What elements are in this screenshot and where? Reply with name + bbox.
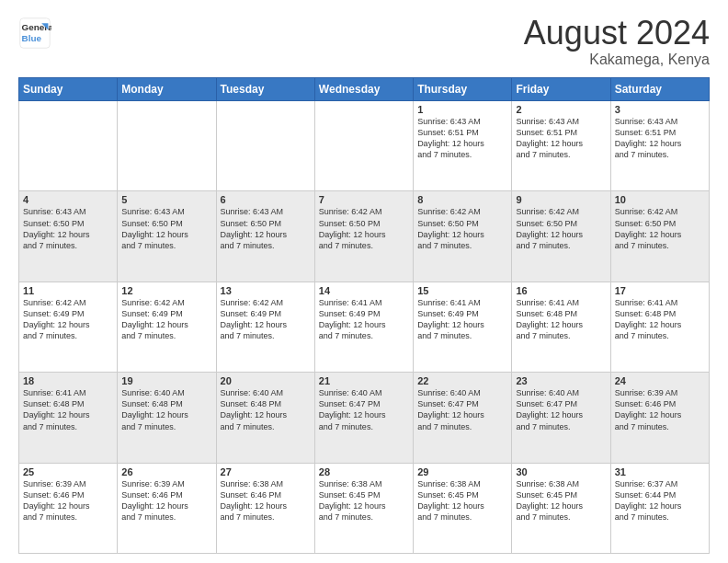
day-info: Sunrise: 6:42 AM Sunset: 6:50 PM Dayligh… xyxy=(417,206,507,251)
table-row: 12Sunrise: 6:42 AM Sunset: 6:49 PM Dayli… xyxy=(118,282,216,372)
header-row: Sunday Monday Tuesday Wednesday Thursday… xyxy=(19,78,710,101)
day-number: 8 xyxy=(417,194,507,205)
day-number: 31 xyxy=(615,466,705,477)
week-row-3: 11Sunrise: 6:42 AM Sunset: 6:49 PM Dayli… xyxy=(19,282,710,372)
svg-text:Blue: Blue xyxy=(22,33,42,43)
day-info: Sunrise: 6:40 AM Sunset: 6:47 PM Dayligh… xyxy=(417,387,507,432)
table-row xyxy=(118,101,216,191)
page: General Blue August 2024 Kakamega, Kenya… xyxy=(0,0,728,563)
table-row: 27Sunrise: 6:38 AM Sunset: 6:46 PM Dayli… xyxy=(216,463,314,553)
day-number: 16 xyxy=(516,285,606,296)
day-number: 28 xyxy=(319,466,409,477)
table-row: 7Sunrise: 6:42 AM Sunset: 6:50 PM Daylig… xyxy=(314,191,413,282)
day-info: Sunrise: 6:41 AM Sunset: 6:48 PM Dayligh… xyxy=(516,297,606,342)
week-row-4: 18Sunrise: 6:41 AM Sunset: 6:48 PM Dayli… xyxy=(19,373,710,463)
day-number: 23 xyxy=(516,375,606,386)
table-row: 31Sunrise: 6:37 AM Sunset: 6:44 PM Dayli… xyxy=(610,463,709,553)
table-row: 6Sunrise: 6:43 AM Sunset: 6:50 PM Daylig… xyxy=(216,191,314,282)
day-info: Sunrise: 6:40 AM Sunset: 6:48 PM Dayligh… xyxy=(221,387,311,432)
location: Kakamega, Kenya xyxy=(524,52,710,68)
day-info: Sunrise: 6:43 AM Sunset: 6:51 PM Dayligh… xyxy=(615,116,705,161)
day-number: 30 xyxy=(516,466,606,477)
day-number: 13 xyxy=(221,285,311,296)
calendar-table: Sunday Monday Tuesday Wednesday Thursday… xyxy=(18,77,710,554)
day-number: 4 xyxy=(23,194,113,205)
logo: General Blue xyxy=(18,17,51,50)
day-info: Sunrise: 6:38 AM Sunset: 6:46 PM Dayligh… xyxy=(221,478,311,523)
table-row: 9Sunrise: 6:42 AM Sunset: 6:50 PM Daylig… xyxy=(512,191,610,282)
table-row: 4Sunrise: 6:43 AM Sunset: 6:50 PM Daylig… xyxy=(19,191,118,282)
table-row: 1Sunrise: 6:43 AM Sunset: 6:51 PM Daylig… xyxy=(414,101,512,191)
table-row: 20Sunrise: 6:40 AM Sunset: 6:48 PM Dayli… xyxy=(216,373,314,463)
table-row: 18Sunrise: 6:41 AM Sunset: 6:48 PM Dayli… xyxy=(19,373,118,463)
table-row: 13Sunrise: 6:42 AM Sunset: 6:49 PM Dayli… xyxy=(216,282,314,372)
logo-icon: General Blue xyxy=(18,17,51,50)
table-row: 30Sunrise: 6:38 AM Sunset: 6:45 PM Dayli… xyxy=(512,463,610,553)
day-number: 14 xyxy=(319,285,409,296)
day-info: Sunrise: 6:41 AM Sunset: 6:49 PM Dayligh… xyxy=(319,297,409,342)
table-row: 8Sunrise: 6:42 AM Sunset: 6:50 PM Daylig… xyxy=(414,191,512,282)
col-thursday: Thursday xyxy=(414,78,512,101)
day-number: 25 xyxy=(23,466,113,477)
day-number: 10 xyxy=(615,194,705,205)
day-number: 18 xyxy=(23,375,113,386)
day-info: Sunrise: 6:38 AM Sunset: 6:45 PM Dayligh… xyxy=(319,478,409,523)
day-info: Sunrise: 6:41 AM Sunset: 6:48 PM Dayligh… xyxy=(615,297,705,342)
table-row: 11Sunrise: 6:42 AM Sunset: 6:49 PM Dayli… xyxy=(19,282,118,372)
day-number: 6 xyxy=(221,194,311,205)
day-info: Sunrise: 6:38 AM Sunset: 6:45 PM Dayligh… xyxy=(417,478,507,523)
day-number: 17 xyxy=(615,285,705,296)
table-row: 10Sunrise: 6:42 AM Sunset: 6:50 PM Dayli… xyxy=(610,191,709,282)
week-row-1: 1Sunrise: 6:43 AM Sunset: 6:51 PM Daylig… xyxy=(19,101,710,191)
table-row: 28Sunrise: 6:38 AM Sunset: 6:45 PM Dayli… xyxy=(314,463,413,553)
table-row xyxy=(19,101,118,191)
week-row-5: 25Sunrise: 6:39 AM Sunset: 6:46 PM Dayli… xyxy=(19,463,710,553)
day-info: Sunrise: 6:37 AM Sunset: 6:44 PM Dayligh… xyxy=(615,478,705,523)
day-number: 21 xyxy=(319,375,409,386)
day-info: Sunrise: 6:39 AM Sunset: 6:46 PM Dayligh… xyxy=(23,478,113,523)
day-info: Sunrise: 6:39 AM Sunset: 6:46 PM Dayligh… xyxy=(615,387,705,432)
table-row: 17Sunrise: 6:41 AM Sunset: 6:48 PM Dayli… xyxy=(610,282,709,372)
table-row: 21Sunrise: 6:40 AM Sunset: 6:47 PM Dayli… xyxy=(314,373,413,463)
day-info: Sunrise: 6:41 AM Sunset: 6:48 PM Dayligh… xyxy=(23,387,113,432)
table-row: 24Sunrise: 6:39 AM Sunset: 6:46 PM Dayli… xyxy=(610,373,709,463)
table-row: 2Sunrise: 6:43 AM Sunset: 6:51 PM Daylig… xyxy=(512,101,610,191)
table-row: 25Sunrise: 6:39 AM Sunset: 6:46 PM Dayli… xyxy=(19,463,118,553)
table-row: 14Sunrise: 6:41 AM Sunset: 6:49 PM Dayli… xyxy=(314,282,413,372)
day-info: Sunrise: 6:43 AM Sunset: 6:51 PM Dayligh… xyxy=(516,116,606,161)
day-info: Sunrise: 6:42 AM Sunset: 6:50 PM Dayligh… xyxy=(516,206,606,251)
day-number: 7 xyxy=(319,194,409,205)
table-row: 16Sunrise: 6:41 AM Sunset: 6:48 PM Dayli… xyxy=(512,282,610,372)
day-number: 3 xyxy=(615,104,705,115)
col-sunday: Sunday xyxy=(19,78,118,101)
col-wednesday: Wednesday xyxy=(314,78,413,101)
day-number: 22 xyxy=(417,375,507,386)
day-number: 11 xyxy=(23,285,113,296)
day-info: Sunrise: 6:43 AM Sunset: 6:51 PM Dayligh… xyxy=(417,116,507,161)
day-number: 1 xyxy=(417,104,507,115)
day-info: Sunrise: 6:42 AM Sunset: 6:49 PM Dayligh… xyxy=(23,297,113,342)
header: General Blue August 2024 Kakamega, Kenya xyxy=(18,17,710,68)
day-number: 27 xyxy=(221,466,311,477)
day-info: Sunrise: 6:40 AM Sunset: 6:47 PM Dayligh… xyxy=(516,387,606,432)
day-info: Sunrise: 6:41 AM Sunset: 6:49 PM Dayligh… xyxy=(417,297,507,342)
day-number: 26 xyxy=(121,466,211,477)
day-number: 20 xyxy=(221,375,311,386)
col-tuesday: Tuesday xyxy=(216,78,314,101)
day-info: Sunrise: 6:43 AM Sunset: 6:50 PM Dayligh… xyxy=(23,206,113,251)
day-number: 2 xyxy=(516,104,606,115)
day-info: Sunrise: 6:40 AM Sunset: 6:47 PM Dayligh… xyxy=(319,387,409,432)
day-info: Sunrise: 6:43 AM Sunset: 6:50 PM Dayligh… xyxy=(221,206,311,251)
day-number: 9 xyxy=(516,194,606,205)
day-info: Sunrise: 6:42 AM Sunset: 6:49 PM Dayligh… xyxy=(221,297,311,342)
day-info: Sunrise: 6:42 AM Sunset: 6:49 PM Dayligh… xyxy=(121,297,211,342)
table-row xyxy=(216,101,314,191)
day-info: Sunrise: 6:42 AM Sunset: 6:50 PM Dayligh… xyxy=(319,206,409,251)
day-number: 5 xyxy=(121,194,211,205)
day-info: Sunrise: 6:39 AM Sunset: 6:46 PM Dayligh… xyxy=(121,478,211,523)
table-row xyxy=(314,101,413,191)
table-row: 15Sunrise: 6:41 AM Sunset: 6:49 PM Dayli… xyxy=(414,282,512,372)
day-number: 19 xyxy=(121,375,211,386)
day-number: 15 xyxy=(417,285,507,296)
day-info: Sunrise: 6:38 AM Sunset: 6:45 PM Dayligh… xyxy=(516,478,606,523)
